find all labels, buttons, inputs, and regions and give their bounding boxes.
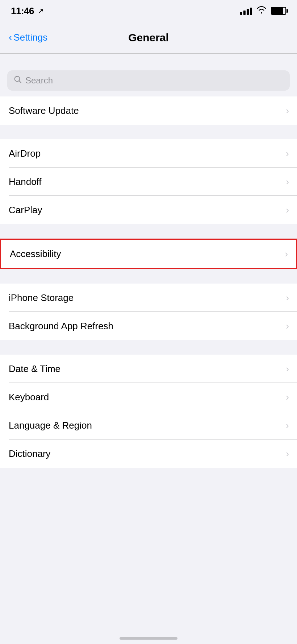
- search-section: Search: [0, 65, 297, 96]
- iphone-storage-row[interactable]: iPhone Storage ›: [0, 284, 297, 312]
- chevron-right-icon: ›: [286, 420, 289, 431]
- section-divider-1: [0, 125, 297, 139]
- carplay-row[interactable]: CarPlay ›: [0, 196, 297, 224]
- svg-line-1: [19, 81, 21, 83]
- background-app-refresh-row[interactable]: Background App Refresh ›: [0, 312, 297, 340]
- top-spacer: [0, 54, 297, 65]
- chevron-right-icon: ›: [286, 148, 289, 159]
- status-bar: 11:46 ↗: [0, 0, 297, 22]
- software-update-row[interactable]: Software Update ›: [0, 96, 297, 125]
- settings-group-connectivity: AirDrop › Handoff › CarPlay ›: [0, 139, 297, 224]
- status-time: 11:46: [11, 5, 34, 17]
- accessibility-section: Accessibility ›: [0, 239, 297, 269]
- keyboard-row[interactable]: Keyboard ›: [0, 383, 297, 411]
- back-button[interactable]: ‹ Settings: [9, 32, 47, 43]
- date-time-row[interactable]: Date & Time ›: [0, 355, 297, 383]
- airdrop-row[interactable]: AirDrop ›: [0, 139, 297, 168]
- accessibility-label: Accessibility: [10, 248, 61, 260]
- battery-icon: [271, 7, 286, 15]
- dictionary-row[interactable]: Dictionary ›: [0, 439, 297, 468]
- airdrop-label: AirDrop: [9, 148, 41, 159]
- chevron-right-icon: ›: [286, 205, 289, 216]
- bottom-spacer: [0, 468, 297, 497]
- section-divider-3: [0, 269, 297, 284]
- chevron-right-icon: ›: [286, 392, 289, 403]
- search-icon: [14, 75, 22, 86]
- back-label: Settings: [13, 32, 47, 43]
- location-icon: ↗: [38, 7, 44, 15]
- language-region-label: Language & Region: [9, 420, 92, 431]
- date-time-label: Date & Time: [9, 363, 60, 375]
- section-divider-4: [0, 340, 297, 355]
- background-app-refresh-label: Background App Refresh: [9, 321, 113, 332]
- chevron-right-icon: ›: [286, 176, 289, 187]
- handoff-row[interactable]: Handoff ›: [0, 168, 297, 196]
- handoff-label: Handoff: [9, 176, 42, 187]
- status-icons: [240, 6, 286, 16]
- chevron-right-icon: ›: [286, 292, 289, 304]
- iphone-storage-label: iPhone Storage: [9, 292, 74, 304]
- software-update-label: Software Update: [9, 105, 79, 116]
- dictionary-label: Dictionary: [9, 448, 51, 459]
- nav-bar: ‹ Settings General: [0, 22, 297, 54]
- search-bar[interactable]: Search: [7, 70, 290, 91]
- section-divider-2: [0, 224, 297, 239]
- back-chevron-icon: ‹: [9, 32, 12, 43]
- home-indicator: [120, 637, 177, 640]
- language-region-row[interactable]: Language & Region ›: [0, 411, 297, 439]
- wifi-icon: [256, 6, 267, 16]
- search-input[interactable]: Search: [25, 75, 53, 86]
- settings-group-storage: iPhone Storage › Background App Refresh …: [0, 284, 297, 340]
- chevron-right-icon: ›: [286, 105, 289, 116]
- accessibility-row[interactable]: Accessibility ›: [1, 240, 296, 268]
- chevron-right-icon: ›: [286, 363, 289, 375]
- chevron-right-icon: ›: [286, 321, 289, 332]
- keyboard-label: Keyboard: [9, 392, 49, 403]
- chevron-right-icon: ›: [285, 248, 288, 260]
- signal-bars-icon: [240, 7, 252, 15]
- settings-group-software: Software Update ›: [0, 96, 297, 125]
- carplay-label: CarPlay: [9, 205, 42, 216]
- settings-group-localization: Date & Time › Keyboard › Language & Regi…: [0, 355, 297, 468]
- chevron-right-icon: ›: [286, 448, 289, 459]
- page-title: General: [128, 32, 169, 44]
